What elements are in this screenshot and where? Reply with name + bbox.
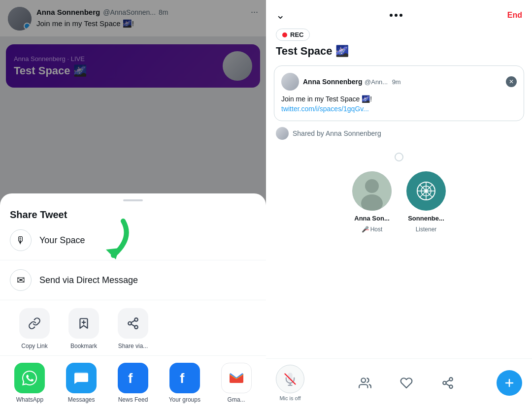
svg-line-7 xyxy=(131,320,134,322)
dot-1 xyxy=(390,14,393,17)
direct-message-icon: ✉ xyxy=(10,269,32,291)
messages-app-item[interactable]: Messages xyxy=(56,363,107,403)
svg-text:f: f xyxy=(180,371,185,386)
space-topbar: ⌄ End xyxy=(266,0,532,27)
fb-groups-icon: f xyxy=(169,363,200,393)
space-bottombar: Mic is off xyxy=(266,359,532,411)
whatsapp-app-item[interactable]: WhatsApp xyxy=(4,363,56,403)
tweet-card-close-button[interactable]: ✕ xyxy=(506,76,517,87)
heart-button[interactable] xyxy=(396,372,417,394)
participant-anna-avatar xyxy=(352,171,392,211)
participant-anna: Anna Son... 🎤̶ Host xyxy=(352,171,392,233)
rec-badge: REC xyxy=(276,29,310,41)
sheet-divider-2 xyxy=(0,300,266,300)
participants-row: Anna Son... 🎤̶ Host xyxy=(352,171,446,233)
people-button[interactable] xyxy=(354,372,376,394)
fb-news-label: News Feed xyxy=(118,396,148,403)
tweet-in-space-link[interactable]: twitter.com/i/spaces/1gqGv... xyxy=(281,105,369,113)
left-panel: Anna Sonnenberg @AnnaSonnen... 8m ··· Jo… xyxy=(0,0,266,411)
bookmark-label: Bookmark xyxy=(70,343,97,349)
messages-icon xyxy=(66,363,97,393)
svg-point-12 xyxy=(365,179,379,193)
whatsapp-label: WhatsApp xyxy=(16,396,43,403)
app-row: WhatsApp Messages f News xyxy=(0,358,266,411)
whatsapp-icon xyxy=(14,363,45,393)
gmail-app-item[interactable]: Gma... xyxy=(210,363,262,403)
bottom-action-buttons xyxy=(316,372,497,394)
copy-link-action[interactable]: Copy Link xyxy=(10,308,59,349)
share-via-icon xyxy=(118,308,148,339)
svg-point-21 xyxy=(424,189,428,193)
green-arrow xyxy=(79,216,138,260)
participant-anna-role: 🎤̶ Host xyxy=(362,226,383,233)
compose-button[interactable] xyxy=(497,370,522,396)
svg-text:f: f xyxy=(128,371,133,386)
participants-section: Anna Son... 🎤̶ Host xyxy=(266,148,532,358)
participant-sonnenberg-role: Listener xyxy=(416,226,437,233)
shared-by-avatar xyxy=(276,127,289,140)
fb-news-app-item[interactable]: f News Feed xyxy=(107,363,159,403)
messages-label: Messages xyxy=(68,396,95,403)
tweet-in-space-handle: @Ann... xyxy=(365,78,388,86)
rec-dot xyxy=(282,32,287,37)
gmail-label: Gma... xyxy=(228,396,245,403)
loading-indicator xyxy=(395,153,403,161)
your-space-icon: 🎙 xyxy=(10,229,32,251)
share-via-label: Share via... xyxy=(118,343,148,349)
tweet-in-space-time: 9m xyxy=(392,78,401,86)
sheet-divider-3 xyxy=(0,355,266,356)
bookmark-icon xyxy=(68,308,99,339)
your-space-label: Your Space xyxy=(39,235,85,246)
shared-by-text: Shared by Anna Sonnenberg xyxy=(293,129,381,137)
dot-3 xyxy=(399,14,402,17)
right-panel: ⌄ End REC Test Space 🌌 Anna Sonnenberg @… xyxy=(266,0,532,411)
rec-label: REC xyxy=(290,31,303,38)
copy-link-icon xyxy=(19,308,50,339)
bookmark-action[interactable]: Bookmark xyxy=(59,308,108,349)
sheet-handle xyxy=(123,199,143,201)
participant-sonnenberg-name: Sonnenbe... xyxy=(408,215,444,222)
svg-line-6 xyxy=(131,324,134,326)
svg-line-29 xyxy=(446,384,449,386)
share-via-action[interactable]: Share via... xyxy=(108,308,158,349)
mic-off-small-icon: 🎤̶ xyxy=(362,226,369,233)
mic-button-area: Mic is off xyxy=(276,365,304,401)
direct-message-menu-item[interactable]: ✉ Send via Direct Message xyxy=(0,262,266,298)
chevron-down-icon[interactable]: ⌄ xyxy=(276,9,285,22)
end-button[interactable]: End xyxy=(507,11,522,20)
fb-groups-app-item[interactable]: f Your groups xyxy=(159,363,210,403)
mic-off-label: Mic is off xyxy=(279,395,300,401)
gmail-icon xyxy=(221,363,252,393)
tweet-card-in-space: Anna Sonnenberg @Ann... 9m ✕ Join me in … xyxy=(274,65,524,121)
tweet-in-space-author: Anna Sonnenberg xyxy=(303,78,363,86)
space-title: Test Space 🌌 xyxy=(266,45,532,65)
share-button[interactable] xyxy=(437,372,459,394)
svg-line-30 xyxy=(446,380,449,382)
svg-point-25 xyxy=(361,378,366,382)
participant-anna-name: Anna Son... xyxy=(354,215,390,222)
more-options-dots[interactable] xyxy=(390,14,402,17)
action-row: Copy Link Bookmark xyxy=(0,302,266,353)
tweet-in-space-text: Join me in my Test Space 🌌! twitter.com/… xyxy=(281,95,517,114)
dot-2 xyxy=(395,14,398,17)
tweet-in-space-author-info: Anna Sonnenberg @Ann... 9m xyxy=(303,77,401,86)
participant-sonnenberg-avatar xyxy=(406,171,446,211)
fb-groups-label: Your groups xyxy=(169,396,200,403)
shared-by-row: Shared by Anna Sonnenberg xyxy=(266,127,532,148)
mic-toggle-button[interactable] xyxy=(276,365,304,393)
participant-sonnenberg: Sonnenbe... Listener xyxy=(406,171,446,233)
share-tweet-sheet: Share Tweet 🎙 Your Space ✉ Send via Dire… xyxy=(0,193,266,411)
fb-news-icon: f xyxy=(118,363,148,393)
direct-message-label: Send via Direct Message xyxy=(39,275,138,285)
copy-link-label: Copy Link xyxy=(21,343,47,349)
tweet-in-space-avatar xyxy=(281,73,299,91)
